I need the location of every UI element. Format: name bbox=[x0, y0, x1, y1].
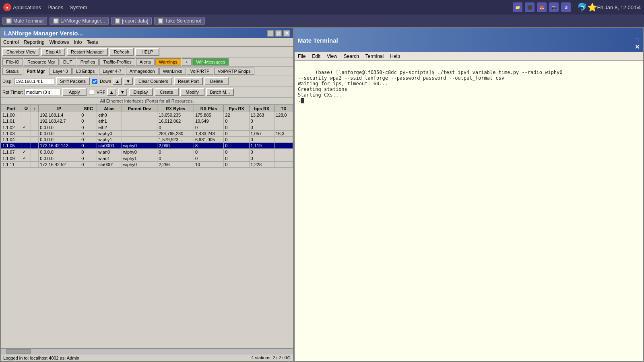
tmenu-terminal[interactable]: Terminal bbox=[365, 53, 384, 59]
controls-row-1: Disp: Sniff Packets Down ▲ ▼ Clear Count… bbox=[1, 76, 293, 87]
tab-profiles[interactable]: Profiles bbox=[77, 58, 99, 66]
tab-alerts[interactable]: Alerts bbox=[136, 58, 155, 66]
down-checkbox[interactable] bbox=[92, 79, 97, 84]
maximize-button[interactable]: □ bbox=[275, 30, 282, 37]
table-row[interactable]: 1.1.07✓0.0.0.00wlan0wiphy00000 bbox=[1, 149, 293, 155]
table-row[interactable]: 1.1.01192.168.42.70eth116,012,86210,6490… bbox=[1, 118, 293, 124]
restart-manager-button[interactable]: Restart Manager bbox=[67, 48, 108, 56]
port-table-wrap[interactable]: Port ⊙ ↑ IP SEC Alias Parent Dev RX Byte… bbox=[1, 105, 293, 348]
display-button[interactable]: Display bbox=[129, 88, 153, 96]
col-check[interactable]: ⊙ bbox=[21, 105, 31, 112]
table-row[interactable]: 1.1.11172.16.42.520sta0001wiphy02,266100… bbox=[1, 162, 293, 168]
reset-port-button[interactable]: Reset Port bbox=[174, 77, 203, 85]
tab-file-io[interactable]: File-IO bbox=[2, 58, 23, 66]
chamber-view-button[interactable]: Chamber View bbox=[2, 48, 39, 56]
table-row[interactable]: 1.1.040.0.0.00wiphy11,579,923,...6,981,0… bbox=[1, 137, 293, 143]
taskbar-screenshot[interactable]: ⬜ Take Screenshot bbox=[154, 17, 204, 25]
taskbar-lanforge[interactable]: ⬜ LANforge Manager... bbox=[50, 17, 109, 25]
col-bps-rx[interactable]: bps RX bbox=[249, 105, 274, 112]
menu-info[interactable]: Info bbox=[74, 39, 82, 45]
col-alias[interactable]: Alias bbox=[97, 105, 122, 112]
batch-modify-button[interactable]: Batch M... bbox=[206, 88, 234, 96]
subtab-l3-endps[interactable]: L3 Endps bbox=[72, 68, 98, 75]
down-label: Down bbox=[100, 79, 111, 84]
tmenu-file[interactable]: File bbox=[298, 53, 305, 59]
disp-input[interactable] bbox=[14, 78, 54, 84]
tab-warnings[interactable]: Warnings bbox=[155, 58, 181, 66]
down-up-arrow[interactable]: ▲ bbox=[113, 78, 122, 85]
subtab-status[interactable]: Status bbox=[2, 68, 22, 75]
report-data-label: [report-data] bbox=[122, 18, 148, 24]
table-row[interactable]: 1.1.030.0.0.00wiphy0284,765,2801,433,248… bbox=[1, 131, 293, 137]
tmenu-help[interactable]: Help bbox=[390, 53, 400, 59]
tab-plus[interactable]: + bbox=[182, 58, 192, 66]
col-pps-rx[interactable]: Pps RX bbox=[224, 105, 249, 112]
col-rx-bytes[interactable]: RX Bytes bbox=[157, 105, 194, 112]
icon-folder[interactable]: 📁 bbox=[513, 2, 522, 12]
table-row[interactable]: 1.1.02✓0.0.0.00eth20000 bbox=[1, 124, 293, 131]
icon-terminal[interactable]: ⬛ bbox=[525, 2, 535, 12]
menu-control[interactable]: Control bbox=[3, 39, 19, 45]
mate-terminal-label: Mate Terminal bbox=[13, 18, 43, 24]
col-ip[interactable]: IP bbox=[39, 105, 80, 112]
create-button[interactable]: Create bbox=[155, 88, 179, 96]
stop-all-button[interactable]: Stop All bbox=[41, 48, 65, 56]
down-down-arrow[interactable]: ▼ bbox=[124, 78, 133, 85]
menu-system[interactable]: System bbox=[70, 4, 87, 10]
minimize-button[interactable]: _ bbox=[267, 30, 274, 37]
tmenu-view[interactable]: View bbox=[327, 53, 337, 59]
col-port[interactable]: Port bbox=[1, 105, 21, 112]
tmenu-search[interactable]: Search bbox=[344, 53, 359, 59]
subtab-voip-rtp-endps[interactable]: VoIP/RTP Endps bbox=[214, 68, 254, 75]
tab-resource-mgr[interactable]: Resource Mgr bbox=[24, 58, 59, 66]
modify-button[interactable]: Modify bbox=[180, 88, 204, 96]
tab-dut[interactable]: DUT bbox=[60, 58, 76, 66]
col-i[interactable]: ↑ bbox=[31, 105, 38, 112]
terminal-maximize[interactable]: □ bbox=[635, 37, 640, 43]
subtab-layer47[interactable]: Layer 4-7 bbox=[99, 68, 125, 75]
toolbar-row: Chamber View Stop All Restart Manager Re… bbox=[1, 47, 293, 58]
table-row[interactable]: 1.1.05172.16.42.1420sta0000wiphy02,09080… bbox=[1, 143, 293, 149]
taskbar-mate-terminal[interactable]: ⬜ Mate Terminal bbox=[2, 17, 47, 25]
menu-tests[interactable]: Tests bbox=[87, 39, 98, 45]
icon-camera[interactable]: 📷 bbox=[549, 2, 559, 12]
menu-windows[interactable]: Windows bbox=[50, 39, 69, 45]
scrollbar-thumb[interactable] bbox=[6, 349, 31, 354]
tab-traffic-profiles[interactable]: Traffic-Profiles bbox=[99, 58, 135, 66]
rpt-timer-input[interactable] bbox=[25, 89, 61, 95]
col-sec[interactable]: SEC bbox=[80, 105, 97, 112]
help-button[interactable]: HELP bbox=[135, 48, 159, 56]
terminal-close[interactable]: ✕ bbox=[635, 43, 640, 51]
delete-button[interactable]: Delete bbox=[204, 77, 229, 85]
horizontal-scrollbar[interactable] bbox=[1, 348, 293, 354]
vrf-checkbox[interactable] bbox=[89, 90, 94, 95]
icon-display[interactable]: 🖥 bbox=[561, 2, 571, 12]
taskbar-report-data[interactable]: ⬜ [report-data] bbox=[111, 17, 152, 25]
mate-terminal-icon: ⬜ bbox=[6, 18, 12, 24]
col-rx-pkts[interactable]: RX Pkts bbox=[194, 105, 223, 112]
col-tx[interactable]: TX bbox=[274, 105, 293, 112]
menu-places[interactable]: Places bbox=[47, 4, 63, 10]
terminal-body[interactable]: (base) [lanforge@lf0350-c8dc py-scripts]… bbox=[295, 61, 643, 361]
vrf-up-arrow[interactable]: ▲ bbox=[107, 88, 116, 96]
menu-applications[interactable]: Applications bbox=[13, 4, 41, 10]
icon-firefox[interactable]: 🦊 bbox=[537, 2, 547, 12]
vrf-down-arrow[interactable]: ▼ bbox=[118, 88, 127, 96]
tab-wifi-messages[interactable]: Wifi-Messages bbox=[192, 58, 229, 66]
tmenu-edit[interactable]: Edit bbox=[312, 53, 320, 59]
subtab-wanlinks[interactable]: WanLinks bbox=[159, 68, 186, 75]
subtab-layer3[interactable]: Layer-3 bbox=[49, 68, 71, 75]
menu-reporting[interactable]: Reporting bbox=[24, 39, 45, 45]
close-button[interactable]: ✕ bbox=[283, 30, 290, 37]
subtab-port-mgr[interactable]: Port Mgr bbox=[23, 68, 48, 75]
table-row[interactable]: 1.1.00192.168.1.40eth013,650,235175,8852… bbox=[1, 112, 293, 118]
refresh-button[interactable]: Refresh bbox=[109, 48, 134, 56]
terminal-minimize[interactable]: _ bbox=[635, 30, 640, 37]
clear-counters-button[interactable]: Clear Counters bbox=[134, 77, 172, 85]
apply-button[interactable]: Apply bbox=[62, 88, 87, 96]
subtab-armageddon[interactable]: Armageddon bbox=[126, 68, 159, 75]
sniff-packets-button[interactable]: Sniff Packets bbox=[56, 77, 90, 85]
col-parent[interactable]: Parent Dev bbox=[122, 105, 157, 112]
table-row[interactable]: 1.1.09✓0.0.0.00wlan1wiphy10000 bbox=[1, 155, 293, 162]
subtab-voip-rtp[interactable]: VoIP/RTP bbox=[187, 68, 213, 75]
